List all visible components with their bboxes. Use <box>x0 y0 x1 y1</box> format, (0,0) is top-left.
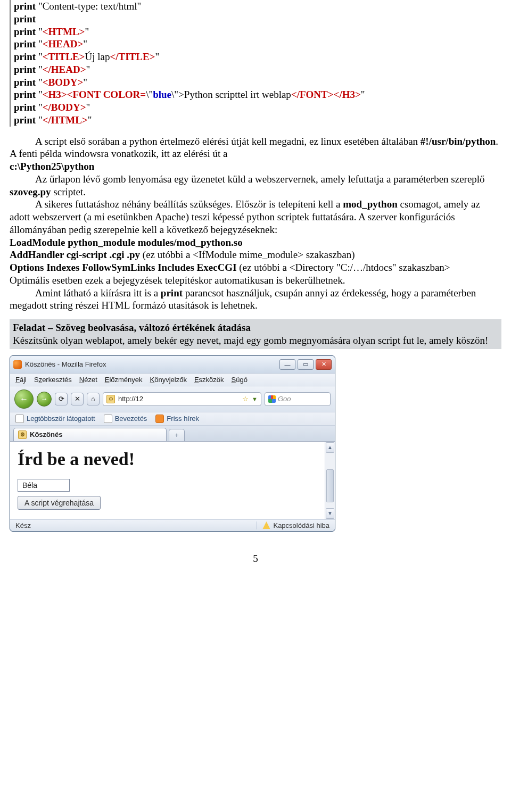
menu-help[interactable]: Súgó <box>232 376 248 384</box>
page-icon <box>15 415 24 423</box>
page-content: Írd be a neved! Béla A script végrehajtá… <box>10 442 335 520</box>
name-input[interactable]: Béla <box>18 479 70 492</box>
search-placeholder: Goo <box>278 395 291 403</box>
home-button[interactable]: ⌂ <box>87 393 100 405</box>
menu-file[interactable]: Fájl <box>15 376 27 384</box>
scroll-up-icon[interactable]: ▲ <box>326 442 334 453</box>
maximize-button[interactable]: ▭ <box>298 359 314 370</box>
kw-print: print <box>14 26 36 37</box>
task-box: Feladat – Szöveg beolvasása, változó ért… <box>10 319 501 349</box>
bookmark-rss[interactable]: Friss hírek <box>155 415 199 423</box>
connection-status: Kapcsolódási hiba <box>273 521 329 529</box>
nav-toolbar: ← → ⟳ ✕ ⌂ ⚙ http://12 ☆ ▼ Goo <box>10 386 335 412</box>
menu-history[interactable]: Előzmények <box>105 376 143 384</box>
window-titlebar[interactable]: Köszönés - Mozilla Firefox — ▭ ✕ <box>10 356 335 374</box>
rss-icon <box>155 415 164 423</box>
bookmark-most-visited[interactable]: Legtöbbször látogatott <box>15 415 95 423</box>
html-tag: </BODY> <box>43 102 86 113</box>
kw-print: print <box>14 102 36 113</box>
close-button[interactable]: ✕ <box>316 359 332 370</box>
bookmark-star-icon[interactable]: ☆ <box>242 395 249 403</box>
firefox-icon <box>13 360 22 369</box>
kw-print: print <box>14 89 36 100</box>
bookmarks-bar: Legtöbbször látogatott Bevezetés Friss h… <box>10 412 335 426</box>
tab-strip: ⚙ Köszönés + <box>10 426 335 442</box>
html-tag: </TITLE> <box>110 51 155 62</box>
window-title: Köszönés - Mozilla Firefox <box>25 360 279 368</box>
tab-favicon-icon: ⚙ <box>18 430 27 439</box>
forward-button[interactable]: → <box>37 392 52 407</box>
kw-print: print <box>14 77 36 88</box>
menu-view[interactable]: Nézet <box>79 376 97 384</box>
search-input[interactable]: Goo <box>265 392 331 406</box>
address-dropdown-icon[interactable]: ▼ <box>252 396 258 402</box>
html-tag: <BODY> <box>43 77 84 88</box>
kw-print: print <box>14 114 36 126</box>
stop-button[interactable]: ✕ <box>71 393 84 405</box>
minimize-button[interactable]: — <box>279 359 295 370</box>
scroll-thumb[interactable] <box>326 469 334 502</box>
kw-print: print <box>14 51 36 62</box>
html-tag: <H3><FONT COLOR= <box>43 89 146 100</box>
html-tag: </HEAD> <box>43 64 86 75</box>
new-tab-button[interactable]: + <box>169 429 185 441</box>
bookmark-intro[interactable]: Bevezetés <box>104 415 147 423</box>
reload-button[interactable]: ⟳ <box>55 393 68 405</box>
code-text: "Content-type: text/html" <box>36 1 141 12</box>
run-script-button[interactable]: A script végrehajtása <box>18 496 101 510</box>
tab-active[interactable]: ⚙ Köszönés <box>13 428 167 441</box>
address-bar[interactable]: ⚙ http://12 ☆ ▼ <box>103 392 261 406</box>
html-tag: <HEAD> <box>43 38 84 49</box>
code-block: print "Content-type: text/html" print pr… <box>10 0 501 127</box>
kw-print: print <box>14 38 36 49</box>
menu-edit[interactable]: Szerkesztés <box>34 376 72 384</box>
page-icon <box>104 415 112 423</box>
warning-icon <box>262 521 270 529</box>
kw-print: print <box>14 1 36 12</box>
page-number: 5 <box>10 553 501 565</box>
kw-print: print <box>14 13 36 24</box>
firefox-screenshot: Köszönés - Mozilla Firefox — ▭ ✕ Fájl Sz… <box>10 355 335 532</box>
task-desc: Készítsünk olyan weblapot, amely bekér e… <box>13 335 488 346</box>
kw-print: print <box>14 64 36 75</box>
back-button[interactable]: ← <box>14 390 34 409</box>
menubar: Fájl Szerkesztés Nézet Előzmények Könyvj… <box>10 374 335 386</box>
tab-label: Köszönés <box>30 430 62 438</box>
html-tag: </HTML> <box>43 114 88 126</box>
body-text: A script első sorában a python értelmező… <box>10 135 501 312</box>
page-heading: Írd be a neved! <box>18 449 317 469</box>
status-bar: Kész Kapcsolódási hiba <box>10 520 335 531</box>
google-icon <box>268 395 276 403</box>
html-tag: <TITLE> <box>43 51 85 62</box>
address-url: http://12 <box>118 395 239 403</box>
menu-bookmarks[interactable]: Könyvjelzők <box>150 376 187 384</box>
menu-tools[interactable]: Eszközök <box>194 376 224 384</box>
html-tag: </FONT></H3> <box>291 89 361 100</box>
vertical-scrollbar[interactable]: ▲ ▼ <box>325 442 335 519</box>
color-value: blue <box>153 89 171 100</box>
html-tag: <HTML> <box>43 26 85 37</box>
site-favicon-icon: ⚙ <box>106 395 115 403</box>
task-title: Feladat – Szöveg beolvasása, változó ért… <box>13 322 251 333</box>
scroll-down-icon[interactable]: ▼ <box>326 508 334 519</box>
status-text: Kész <box>15 521 251 529</box>
